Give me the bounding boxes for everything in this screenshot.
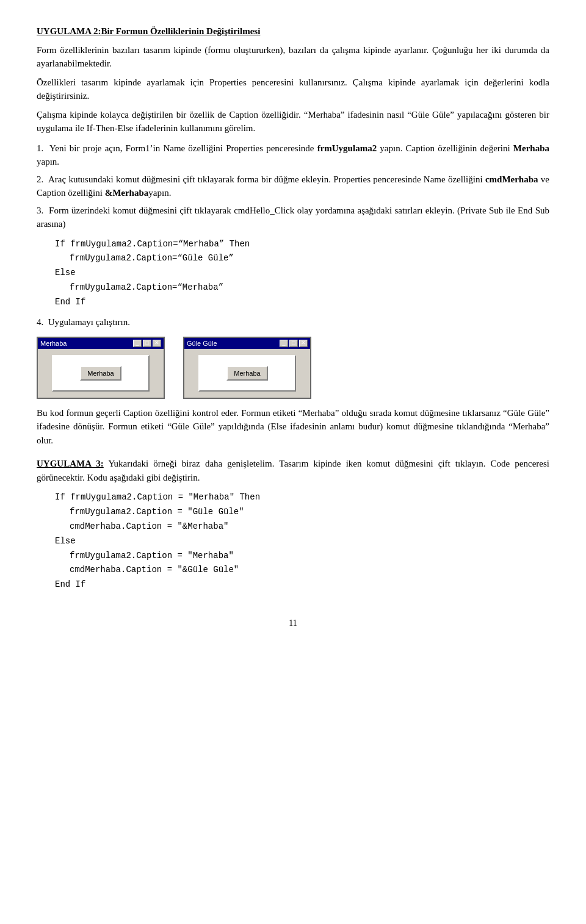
win1-title: Merhaba bbox=[40, 338, 67, 349]
paragraph-1: Form özelliklerinin bazıları tasarım kip… bbox=[37, 43, 549, 71]
win2-client: Merhaba bbox=[184, 349, 310, 398]
code2-line-4: Else bbox=[55, 534, 549, 549]
code2-line-3: cmdMerhaba.Caption = "&Merhaba" bbox=[70, 520, 549, 534]
win2-controls: _ □ ✕ bbox=[280, 340, 308, 347]
win2-maximize[interactable]: □ bbox=[289, 340, 298, 347]
win1-button[interactable]: Merhaba bbox=[80, 366, 121, 381]
code-block-1: If frmUygulama2.Caption=“Merhaba” Then f… bbox=[55, 237, 549, 310]
win2-minimize[interactable]: _ bbox=[280, 340, 288, 347]
win1-close[interactable]: ✕ bbox=[153, 340, 161, 347]
code2-line-1: If frmUygulama2.Caption = "Merhaba" Then bbox=[55, 490, 549, 505]
win1-client: Merhaba bbox=[38, 349, 164, 398]
step-2: 2. Araç kutusundaki komut düğmesini çift… bbox=[37, 173, 549, 200]
win2-button[interactable]: Merhaba bbox=[226, 366, 267, 381]
code2-line-2: frmUygulama2.Caption = "Güle Güle" bbox=[70, 505, 549, 520]
step-4: 4. Uygulamayı çalıştırın. bbox=[37, 315, 549, 329]
page-title: UYGULAMA 2:Bir Formun Özelliklerinin Değ… bbox=[37, 24, 549, 38]
win2-inner: Merhaba bbox=[198, 355, 296, 392]
paragraph-2: Özellikleri tasarım kipinde ayarlamak iç… bbox=[37, 76, 549, 103]
win1-titlebar: Merhaba _ □ ✕ bbox=[38, 338, 164, 349]
code2-line-6: cmdMerhaba.Caption = "&Güle Güle" bbox=[70, 563, 549, 578]
uygulama3-section: UYGULAMA 3: Yukarıdaki örneği biraz daha… bbox=[37, 457, 549, 484]
screenshots-area: Merhaba _ □ ✕ Merhaba Güle Güle _ □ ✕ Me… bbox=[37, 337, 549, 399]
window-merhaba: Merhaba _ □ ✕ Merhaba bbox=[37, 337, 165, 399]
code-line-2: frmUygulama2.Caption=“Güle Güle” bbox=[70, 251, 549, 266]
code-line-4: frmUygulama2.Caption=“Merhaba” bbox=[70, 281, 549, 295]
win1-minimize[interactable]: _ bbox=[133, 340, 142, 347]
explanation-paragraph: Bu kod formun geçerli Caption özelliğini… bbox=[37, 406, 549, 448]
code-line-1: If frmUygulama2.Caption=“Merhaba” Then bbox=[55, 237, 549, 252]
code-block-2: If frmUygulama2.Caption = "Merhaba" Then… bbox=[55, 490, 549, 592]
step-1: 1. Yeni bir proje açın, Form1’in Name öz… bbox=[37, 141, 549, 169]
page-number: 11 bbox=[37, 617, 549, 629]
code2-line-7: End If bbox=[55, 578, 549, 592]
uygulama3-intro: UYGULAMA 3: Yukarıdaki örneği biraz daha… bbox=[37, 457, 549, 484]
win2-close[interactable]: ✕ bbox=[299, 340, 308, 347]
code2-line-5: frmUygulama2.Caption = "Merhaba" bbox=[70, 549, 549, 564]
win1-maximize[interactable]: □ bbox=[143, 340, 151, 347]
win1-controls: _ □ ✕ bbox=[133, 340, 161, 347]
step-3: 3. Form üzerindeki komut düğmesini çift … bbox=[37, 204, 549, 231]
win1-inner: Merhaba bbox=[52, 355, 150, 392]
win2-titlebar: Güle Güle _ □ ✕ bbox=[184, 338, 310, 349]
code-line-3: Else bbox=[55, 266, 549, 281]
win2-title: Güle Güle bbox=[187, 338, 217, 349]
window-gulegule: Güle Güle _ □ ✕ Merhaba bbox=[183, 337, 311, 399]
paragraph-3: Çalışma kipinde kolayca değiştirilen bir… bbox=[37, 108, 549, 135]
code-line-5: End If bbox=[55, 295, 549, 310]
